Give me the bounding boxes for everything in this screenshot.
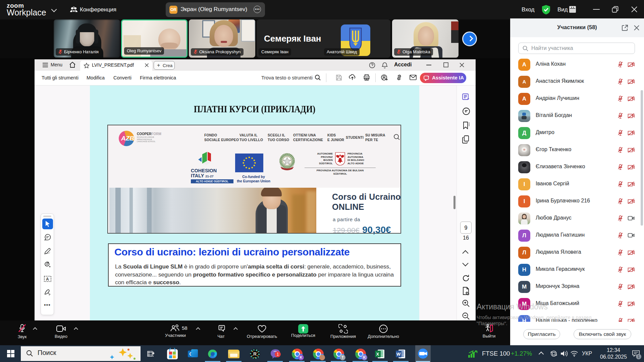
svg-text:W: W [396,352,401,357]
svg-text:A: A [46,277,49,282]
svg-text:R: R [253,351,257,357]
svg-text:X: X [376,352,379,357]
